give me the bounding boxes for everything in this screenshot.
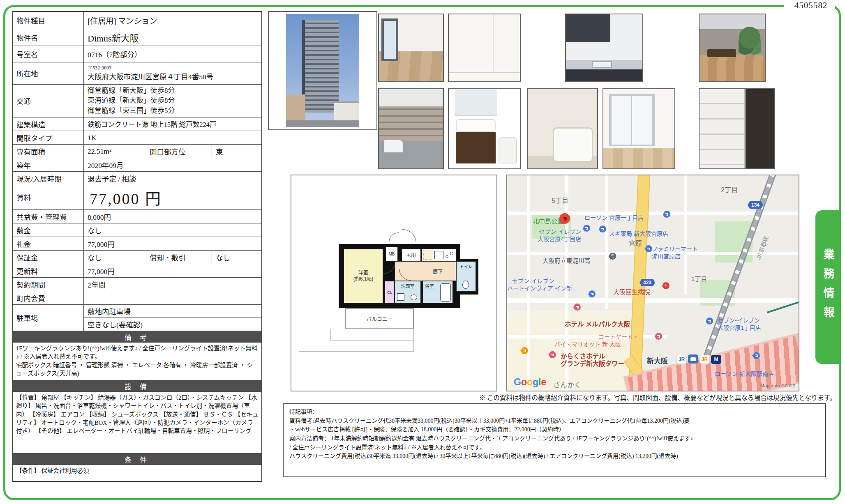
door-arc-mb [389, 232, 399, 242]
section-header-remarks: 備 考 [13, 331, 261, 342]
photo-washbasin [448, 88, 521, 169]
value-renewal-fee: 77,000円 [84, 264, 261, 277]
label-layout-type: 間取タイプ [13, 131, 84, 144]
map-label-seven2-line2: ハートインヴィア イン新… [507, 284, 578, 292]
row-structure: 建築構造 鉄筋コンクリート造 地上15階 総戸数224戸 [13, 117, 261, 131]
value-property-name: Dimus新大阪 [84, 29, 261, 46]
value-property-type: [住居用] マンション [84, 12, 261, 29]
row-built-year: 築年 2020年09月 [13, 158, 261, 171]
map-road [684, 175, 687, 294]
stove-burner [446, 255, 448, 258]
map-label-seven1-line2: 大阪宮原4丁目店 [510, 235, 581, 243]
room-bath: 浴室 [422, 281, 453, 303]
store-pin-lawson-south [752, 352, 760, 366]
row-deposit: 敷金 なし [13, 223, 261, 237]
special-line-6: ハウスクリーニング費用(税込)30平米迄 33,000円(退去時) / 30平米… [289, 452, 820, 461]
jr-central-icon: JR [700, 355, 710, 364]
photo-room-glass-doors [603, 88, 675, 169]
photo-lounge [699, 14, 766, 82]
balcony-window [381, 18, 398, 61]
value-postal-code: 〒532-0003 [88, 65, 111, 71]
row-address: 所在地 〒532-0003 大阪府大阪市淀川区宮原４丁目4番50号 [13, 62, 261, 84]
google-letter: e [541, 377, 546, 387]
row-parking: 駐車場 敷地内駐車場 空きなし(要確認) [13, 304, 261, 331]
label-parking: 駐車場 [13, 305, 84, 331]
room-kitchen [422, 249, 456, 261]
label-facing: 開口部方位 [146, 145, 212, 158]
range-hood [566, 14, 610, 42]
value-status: 退去予定 / 相談 [84, 172, 261, 185]
room-toilet: トイレ [456, 261, 476, 292]
building-tower [305, 20, 339, 113]
value-amortization: なし [212, 251, 261, 264]
row-guarantee: 保証金 なし 償却・敷引 なし [13, 250, 261, 264]
street-van [384, 140, 403, 153]
lounge-plant [739, 26, 761, 58]
photo-building-exterior [268, 11, 377, 130]
street-building-left [286, 94, 305, 122]
label-key-money: 礼金 [13, 237, 84, 250]
value-neighborhood-fee [84, 291, 261, 304]
label-address: 所在地 [13, 62, 84, 84]
side-tab-gyomu-joho: 業務情報 [815, 210, 841, 364]
value-built-year: 2020年09月 [84, 158, 261, 171]
value-parking-1: 敷地内駐車場 [84, 305, 261, 318]
room-washroom: 洗面室 [395, 281, 421, 303]
bathtub [553, 127, 593, 162]
special-line-5: / 全住戸シーリングライト設置済!ネット無料♪ / ※入居者入れ替え不可です。 [289, 443, 820, 452]
value-facing: 東 [212, 145, 261, 158]
row-property-type: 物件種目 [住居用] マンション [13, 12, 261, 29]
room-main-size: (約6.1帖) [353, 276, 374, 282]
row-status: 現況/入居時期 退去予定 / 相談 [13, 171, 261, 185]
row-rent: 賃料 77,000 円 [13, 185, 261, 209]
hotel-pin-mielparque [573, 304, 581, 318]
map-label-famima-line1: ファミリーマート [652, 244, 698, 253]
property-table: 物件種目 [住居用] マンション 物件名 Dimus新大阪 号室名 0716（7… [12, 11, 262, 482]
value-parking-2: 空きなし(要確認) [84, 318, 261, 330]
label-management-fee: 共益費・管理費 [13, 210, 84, 223]
lounge-table [707, 49, 736, 58]
jr-west-icon: JR [676, 355, 687, 364]
google-letter: g [533, 377, 538, 387]
hotel-pin-courtyard [654, 333, 663, 347]
room-meter-box: MB [386, 246, 398, 261]
row-neighborhood-fee: 町内会費 [13, 291, 261, 304]
balcony: バルコニー [345, 308, 414, 329]
photo-kitchen [565, 14, 643, 82]
route-shield-134: 134 [748, 201, 763, 209]
map-label-karakusa-line2: グランデ新大阪タワー [561, 359, 624, 368]
map-label-seven3-line1: セブン-イレブン [718, 316, 760, 324]
station-icons: JRJRM [676, 354, 723, 364]
label-guarantee: 保証金 [13, 251, 84, 264]
special-line-3: ・webサービス広告掲載 [許可]・保険：保険要加入 18,000円（要確認）・… [289, 425, 820, 434]
hospital-pin: + [662, 282, 670, 297]
label-property-type: 物件種目 [13, 12, 84, 29]
bath-label: 浴室 [425, 283, 434, 289]
value-contract-term: 2年間 [84, 278, 261, 291]
floorplan: 洋室 (約6.1帖) MB 玄関 廊下 トイレ 洗面室 浴室 CL バルコニー [291, 175, 497, 391]
map-label-lawson-south: ローソン 新大阪駅南店 [715, 369, 774, 377]
rouka-label: 廊下 [433, 268, 443, 275]
map-label-courtyard-line1: コートヤード・ [598, 332, 639, 341]
osaka-metro-icon: M [711, 355, 721, 364]
value-management-fee: 8,000円 [84, 210, 261, 223]
value-access-1: 御堂筋線「新大阪」徒歩8分 [88, 86, 175, 96]
map-label-courtyard-line2: バイ・マリオット 新 大阪… [554, 340, 627, 348]
map-label-seven3-line2: 大阪宮原1丁目店 [718, 323, 761, 331]
store-pin-seven3 [705, 318, 713, 332]
pharmacy-pin-sugi [598, 226, 607, 240]
train-icon [688, 354, 698, 364]
remarks-line-1: 1Fワーキングラウンジあり!(^^)!wifi使えます♪ / 全住戸シーリングラ… [16, 344, 259, 361]
closet-shelves [700, 89, 746, 168]
label-neighborhood-fee: 町内会費 [13, 291, 84, 304]
section-header-conditions: 条 件 [13, 453, 261, 465]
label-area: 専有面積 [13, 145, 84, 158]
photo-entrance-street [378, 88, 444, 169]
label-contract-term: 契約期間 [13, 278, 84, 291]
row-management-fee: 共益費・管理費 8,000円 [13, 209, 261, 223]
room-entrance: 玄関 [402, 249, 421, 261]
value-guarantee: なし [84, 251, 146, 264]
value-deposit: なし [84, 223, 261, 237]
photo-bathroom [527, 88, 598, 169]
balcony-label: バルコニー [366, 315, 393, 322]
